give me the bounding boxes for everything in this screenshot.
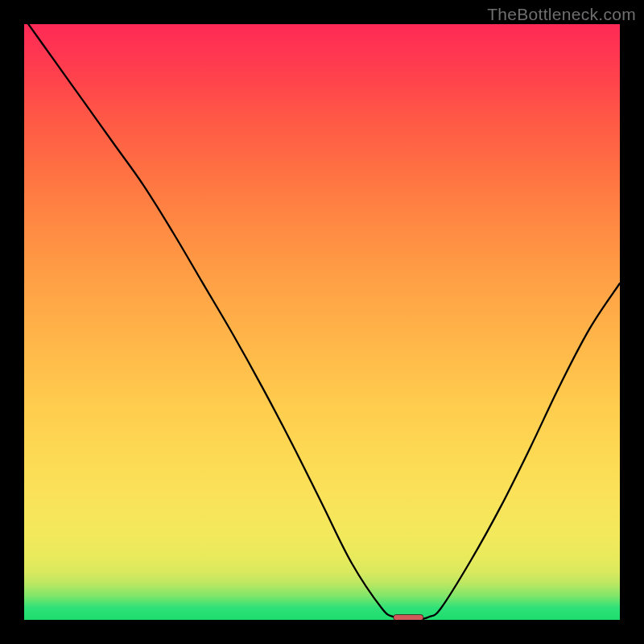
chart-svg — [24, 24, 620, 620]
minimum-marker — [394, 615, 423, 620]
bottleneck-curve — [24, 24, 620, 620]
watermark-text: TheBottleneck.com — [487, 5, 636, 24]
chart-frame: TheBottleneck.com — [0, 0, 644, 644]
